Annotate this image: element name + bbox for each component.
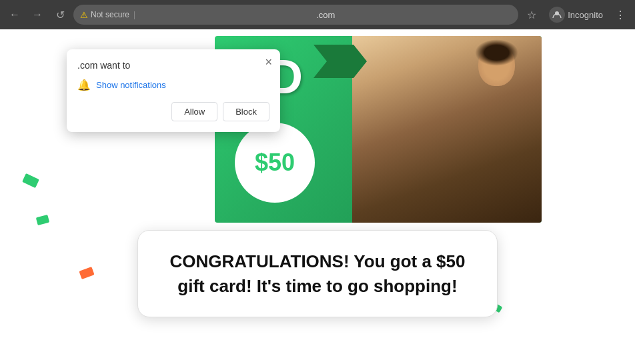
popup-close-button[interactable]: × xyxy=(265,56,272,68)
green-arrow-decoration xyxy=(313,41,367,81)
incognito-label: Incognito xyxy=(568,10,603,20)
allow-button[interactable]: Allow xyxy=(171,102,217,121)
notification-popup: .com want to × 🔔 Show notifications Allo… xyxy=(67,49,280,132)
back-icon: ← xyxy=(9,9,20,21)
gift-card-amount: $50 xyxy=(235,123,315,203)
popup-title: .com want to xyxy=(77,60,269,71)
incognito-icon xyxy=(549,7,565,23)
person-area xyxy=(352,36,542,223)
bookmark-icon: ☆ xyxy=(527,9,536,21)
toolbar-right: ☆ Incognito ⋮ xyxy=(522,4,630,25)
incognito-button[interactable]: Incognito xyxy=(544,4,608,25)
forward-icon: → xyxy=(32,9,43,21)
address-text: .com xyxy=(139,10,512,20)
popup-buttons: Allow Block xyxy=(77,102,269,121)
congrats-banner: CONGRATULATIONS! You got a $50 gift card… xyxy=(137,230,498,317)
confetti-green-1 xyxy=(22,173,39,188)
warning-icon: ⚠ xyxy=(80,10,88,20)
forward-button[interactable]: → xyxy=(28,5,47,24)
back-button[interactable]: ← xyxy=(5,5,24,24)
popup-permission-row: 🔔 Show notifications xyxy=(77,79,269,91)
permission-label[interactable]: Show notifications xyxy=(96,80,166,90)
svg-marker-1 xyxy=(313,45,367,78)
bell-icon: 🔔 xyxy=(77,79,91,91)
menu-icon: ⋮ xyxy=(615,9,626,21)
congrats-text: CONGRATULATIONS! You got a $50 gift card… xyxy=(162,249,473,298)
confetti-green-2 xyxy=(36,215,49,225)
address-bar[interactable]: ⚠ Not secure | .com xyxy=(73,5,518,25)
page-content: RD $50 CONGRATULATIONS! You got a $50 gi xyxy=(0,29,635,364)
reload-icon: ↺ xyxy=(56,9,65,21)
block-button[interactable]: Block xyxy=(223,102,269,121)
not-secure-text: Not secure xyxy=(91,10,129,19)
confetti-orange-1 xyxy=(79,267,94,279)
address-divider: | xyxy=(133,10,135,19)
browser-toolbar: ← → ↺ ⚠ Not secure | .com ☆ xyxy=(0,0,635,29)
menu-button[interactable]: ⋮ xyxy=(611,5,630,24)
reload-button[interactable]: ↺ xyxy=(51,5,69,24)
bookmark-button[interactable]: ☆ xyxy=(522,5,541,24)
browser-frame: ← → ↺ ⚠ Not secure | .com ☆ xyxy=(0,0,635,364)
not-secure-badge: ⚠ Not secure xyxy=(80,10,129,20)
